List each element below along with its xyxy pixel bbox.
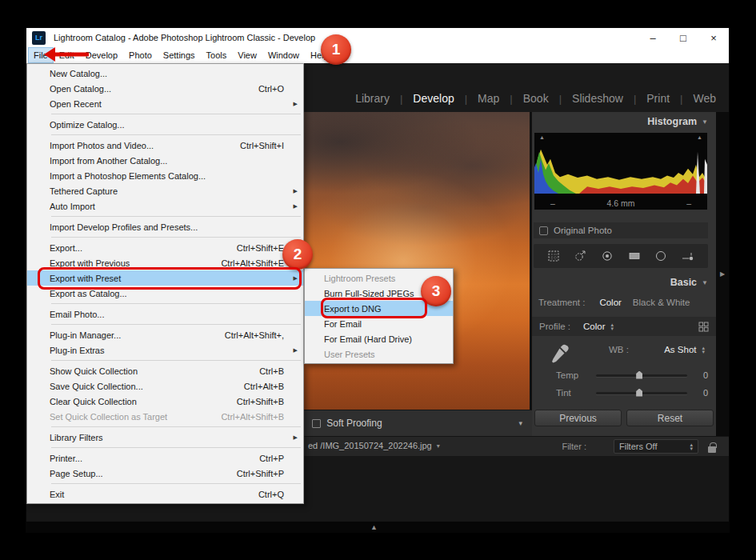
preset-submenu-item-for-email-hard-drive[interactable]: For Email (Hard Drive) xyxy=(305,331,453,346)
file-menu-item-show-quick-collection[interactable]: Show Quick CollectionCtrl+B xyxy=(27,363,303,378)
maximize-button[interactable]: □ xyxy=(668,28,698,47)
file-menu-item-set-quick-collection-as-target[interactable]: Set Quick Collection as TargetCtrl+Alt+S… xyxy=(27,409,303,424)
file-menu-item-printer[interactable]: Printer...Ctrl+P xyxy=(27,450,303,466)
develop-toolstrip xyxy=(534,244,708,268)
menu-separator xyxy=(51,237,301,238)
profile-label: Profile : xyxy=(539,322,570,331)
highlight-clipping-icon[interactable]: ▲ xyxy=(697,134,702,140)
temp-slider-track[interactable] xyxy=(596,374,687,377)
exif-info: – 4.6 mm – xyxy=(534,198,707,208)
close-button[interactable]: × xyxy=(698,28,729,47)
file-menu-item-plug-in-extras[interactable]: Plug-in Extras▶ xyxy=(27,342,303,358)
file-menu-item-save-quick-collection[interactable]: Save Quick Collection...Ctrl+Alt+B xyxy=(27,378,303,394)
treatment-color-option[interactable]: Color xyxy=(599,298,621,307)
file-menu-item-new-catalog[interactable]: New Catalog... xyxy=(27,66,303,81)
minimize-button[interactable]: – xyxy=(638,28,668,47)
spot-removal-tool-icon[interactable] xyxy=(573,249,587,263)
file-menu-item-tethered-capture[interactable]: Tethered Capture▶ xyxy=(27,183,303,198)
filmstrip-filename[interactable]: ed /IMG_20150724_202246.jpg ▾ xyxy=(308,441,440,450)
lightroom-logo-icon: Lr xyxy=(32,31,46,45)
file-menu-item-optimize-catalog[interactable]: Optimize Catalog... xyxy=(27,117,303,132)
exif-iso: – xyxy=(550,198,555,208)
menu-item-label: Email Photo... xyxy=(50,310,104,319)
file-menu-item-library-filters[interactable]: Library Filters▶ xyxy=(27,430,303,445)
white-balance-eyedropper-icon[interactable] xyxy=(550,342,570,366)
file-menu-item-import-develop-profiles-and-presets[interactable]: Import Develop Profiles and Presets... xyxy=(27,219,303,234)
menu-item-shortcut: Ctrl+Q xyxy=(258,490,284,499)
filmstrip-toggle-icon[interactable]: ▲ xyxy=(370,523,378,531)
module-tab-web[interactable]: Web xyxy=(693,92,716,105)
module-tab-book[interactable]: Book xyxy=(523,92,549,105)
file-menu-item-export[interactable]: Export...Ctrl+Shift+E xyxy=(27,240,303,255)
profile-browser-icon[interactable] xyxy=(698,322,709,332)
filter-lock-icon[interactable] xyxy=(708,446,716,453)
module-tab-library[interactable]: Library xyxy=(355,92,390,105)
file-menu-item-auto-import[interactable]: Auto Import▶ xyxy=(27,198,303,214)
menu-item-shortcut: Ctrl+P xyxy=(259,454,284,463)
submenu-arrow-icon: ▶ xyxy=(294,434,298,441)
module-tab-develop[interactable]: Develop xyxy=(413,92,454,105)
module-separator: | xyxy=(510,93,512,105)
temp-value[interactable]: 0 xyxy=(695,370,708,380)
menu-item-shortcut: Ctrl+Alt+B xyxy=(244,382,284,391)
tint-value[interactable]: 0 xyxy=(695,388,708,398)
right-panel-collapse-strip[interactable]: ▶ xyxy=(716,112,729,436)
collapse-triangle-icon: ▼ xyxy=(702,279,708,286)
crop-tool-icon[interactable] xyxy=(546,249,561,263)
submenu-arrow-icon: ▶ xyxy=(294,101,298,107)
wb-value-dropdown[interactable]: As Shot ▴▾ xyxy=(664,345,705,354)
file-menu-item-exit[interactable]: ExitCtrl+Q xyxy=(27,486,303,502)
menu-item-label: Plug-in Extras xyxy=(50,346,104,355)
module-tab-print[interactable]: Print xyxy=(646,92,670,105)
histogram[interactable]: ▲ ▲ – 4.6 mm – xyxy=(534,133,707,210)
tint-slider-track[interactable] xyxy=(596,392,687,394)
treatment-bw-option[interactable]: Black & White xyxy=(633,298,690,307)
red-eye-tool-icon[interactable] xyxy=(600,249,614,263)
previous-button[interactable]: Previous xyxy=(534,410,622,426)
menubar-item-photo[interactable]: Photo xyxy=(123,47,158,63)
menubar-item-window[interactable]: Window xyxy=(262,47,305,63)
soft-proofing-checkbox[interactable] xyxy=(312,419,321,428)
adjustment-brush-tool-icon[interactable] xyxy=(681,249,695,263)
module-tab-slideshow[interactable]: Slideshow xyxy=(572,92,623,105)
file-menu-item-import-a-photoshop-elements-catalog[interactable]: Import a Photoshop Elements Catalog... xyxy=(27,168,303,183)
history-state-row[interactable]: Original Photo xyxy=(534,222,708,238)
reset-button[interactable]: Reset xyxy=(626,410,714,426)
histogram-panel-header[interactable]: Histogram ▼ xyxy=(647,116,708,127)
file-menu-item-open-recent[interactable]: Open Recent▶ xyxy=(27,96,303,111)
menubar-item-tools[interactable]: Tools xyxy=(201,47,233,63)
menu-item-label: Export... xyxy=(50,243,82,253)
module-tab-map[interactable]: Map xyxy=(478,92,499,105)
wb-label: WB : xyxy=(609,345,629,354)
tint-slider-thumb[interactable] xyxy=(636,389,642,397)
menu-separator xyxy=(51,426,301,427)
radial-filter-tool-icon[interactable] xyxy=(654,249,668,263)
profile-value-dropdown[interactable]: Color xyxy=(583,322,605,331)
shadow-clipping-icon[interactable]: ▲ xyxy=(539,134,545,140)
file-menu-item-email-photo[interactable]: Email Photo... xyxy=(27,306,303,322)
preset-submenu-item-user-presets: User Presets xyxy=(305,346,453,362)
file-menu-item-open-catalog[interactable]: Open Catalog...Ctrl+O xyxy=(27,81,303,96)
file-menu-item-clear-quick-collection[interactable]: Clear Quick CollectionCtrl+Shift+B xyxy=(27,394,303,409)
file-menu-item-import-from-another-catalog[interactable]: Import from Another Catalog... xyxy=(27,153,303,168)
menu-item-label: Save Quick Collection... xyxy=(50,382,143,391)
graduated-filter-tool-icon[interactable] xyxy=(627,249,642,263)
menu-item-label: New Catalog... xyxy=(50,69,107,78)
filter-dropdown[interactable]: Filters Off ▴▾ xyxy=(614,439,698,454)
menubar-item-view[interactable]: View xyxy=(232,47,262,63)
menu-item-shortcut: Ctrl+O xyxy=(258,84,284,94)
basic-panel-header[interactable]: Basic ▼ xyxy=(670,277,708,288)
menu-separator xyxy=(51,216,301,217)
menu-separator xyxy=(51,114,301,114)
menu-item-label: Import from Another Catalog... xyxy=(50,156,167,166)
window-title: Lightroom Catalog - Adobe Photoshop Ligh… xyxy=(54,33,315,42)
menu-separator xyxy=(51,324,301,325)
file-menu-item-plug-in-manager[interactable]: Plug-in Manager...Ctrl+Alt+Shift+, xyxy=(27,327,303,342)
temp-slider-thumb[interactable] xyxy=(636,371,642,379)
dropdown-updown-icon: ▴▾ xyxy=(690,442,693,450)
file-menu-item-import-photos-and-video[interactable]: Import Photos and Video...Ctrl+Shift+I xyxy=(27,138,303,153)
file-menu-item-page-setup[interactable]: Page Setup...Ctrl+Shift+P xyxy=(27,466,303,481)
toolbar-options-caret-icon[interactable]: ▾ xyxy=(518,419,522,427)
menubar-item-settings[interactable]: Settings xyxy=(158,47,201,63)
right-panel: Histogram ▼ ▲ ▲ xyxy=(532,112,716,436)
